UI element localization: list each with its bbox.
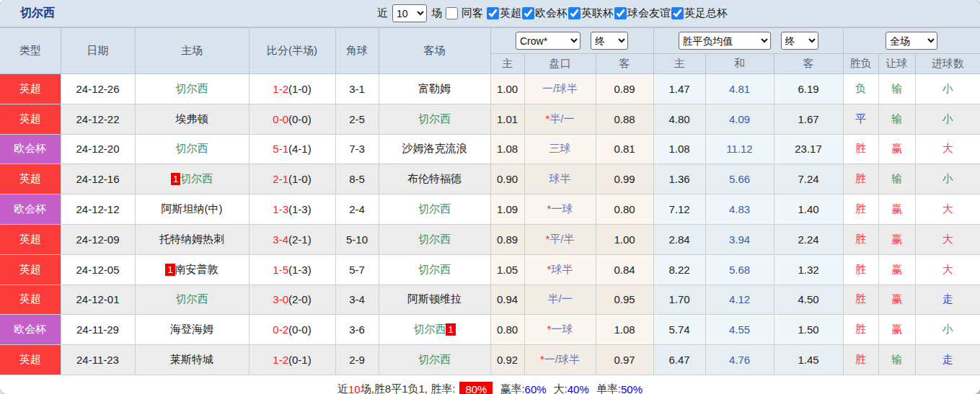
cell-corner: 2-5 [335, 104, 379, 134]
cell-league: 英超 [0, 224, 61, 254]
cell-home-team: 海登海姆 [135, 315, 249, 345]
away-team-name: 切尔西 [413, 323, 446, 335]
cell-home-team: 切尔西 [135, 285, 249, 315]
away-team-name: 切尔西 [418, 233, 451, 245]
halftime-score: (0-0) [288, 113, 312, 125]
cell-corner: 3-6 [335, 315, 379, 345]
league-checkbox[interactable] [614, 7, 627, 19]
handicap-text: 球半 [551, 263, 573, 275]
away-team-name: 切尔西 [418, 263, 451, 275]
same-venue-label: 同客 [462, 6, 483, 20]
league-checkbox[interactable] [671, 7, 684, 19]
recent-count-select[interactable]: 10 [392, 4, 427, 22]
league-checkbox[interactable] [487, 7, 499, 19]
cell-away-team: 切尔西 [379, 345, 490, 375]
table-row: 欧会杯 24-12-12 阿斯坦纳(中) 1-3(1-3) 2-4 切尔西 1.… [0, 194, 980, 225]
table-row: 英超 24-12-22 埃弗顿 0-0(0-0) 2-5 切尔西 1.01 *半… [0, 104, 980, 134]
cell-score: 1-5(1-3) [249, 254, 335, 285]
avg-type-select[interactable]: 胜平负均值 [679, 32, 771, 50]
cell-avg-home: 1.47 [653, 74, 705, 104]
away-team-name: 切尔西 [418, 112, 451, 125]
bookmaker-state-select[interactable]: 终 [591, 32, 628, 50]
cell-away-team: 切尔西 [379, 224, 490, 254]
cell-corner: 5-7 [335, 254, 379, 285]
cell-away-team: 阿斯顿维拉 [379, 285, 490, 315]
scope-select[interactable]: 全场 [886, 32, 937, 50]
cell-avg-home: 7.12 [653, 194, 705, 225]
cell-avg-away: 1.40 [774, 194, 843, 225]
handicap-text: 半/一 [547, 292, 572, 305]
cell-date: 24-12-26 [61, 74, 135, 104]
home-team-name: 阿斯坦纳(中) [162, 202, 223, 215]
cell-avg-draw: 4.55 [705, 315, 774, 345]
handicap-text: 平/半 [549, 233, 574, 245]
cell-score: 5-1(4-1) [249, 134, 335, 164]
cell-avg-away: 7.24 [774, 164, 843, 194]
cell-goals-result: 小 [915, 104, 980, 134]
home-team-name: 海登海姆 [170, 323, 213, 335]
league-checkbox[interactable] [522, 7, 534, 19]
cell-corner: 5-10 [335, 224, 379, 254]
recent-label: 近 [377, 6, 388, 20]
cell-league: 欧会杯 [0, 194, 61, 225]
col-header-score: 比分(半场) [249, 28, 335, 74]
home-team-name: 切尔西 [180, 172, 213, 184]
halftime-score: (1-0) [288, 173, 312, 185]
sub-header-odds-away: 客 [596, 54, 653, 74]
cell-date: 24-12-09 [61, 224, 135, 254]
cell-avg-home: 8.22 [653, 254, 705, 285]
cell-handicap: *一/球半 [524, 345, 596, 375]
cell-goals-result: 走 [915, 345, 980, 375]
bookmaker-select[interactable]: Crow* [516, 32, 581, 50]
cell-avg-away: 1.67 [774, 104, 843, 134]
fulltime-score: 2-1 [273, 173, 288, 185]
cell-date: 24-12-05 [61, 254, 135, 285]
cell-date: 24-12-16 [61, 164, 135, 194]
cell-odds-away: 0.80 [596, 194, 653, 225]
summary-record: 场,胜8平1负1, 胜率: [361, 382, 456, 394]
cell-outcome: 胜 [843, 254, 878, 285]
cell-avg-home: 1.70 [653, 285, 705, 315]
cell-outcome: 胜 [843, 285, 878, 315]
cell-score: 1-2(1-0) [249, 74, 335, 104]
summary-bar: 近10场,胜8平1负1, 胜率:80%赢率:60%大:40%单率:50% [0, 375, 980, 394]
cell-outcome: 胜 [843, 345, 878, 375]
rank-badge: 1 [171, 173, 180, 185]
handicap-text: 一球 [551, 323, 573, 335]
avg-state-select[interactable]: 终 [781, 32, 818, 50]
away-team-name: 富勒姆 [418, 82, 451, 94]
league-badge: 英超 [0, 255, 61, 285]
cell-outcome: 胜 [843, 315, 878, 345]
league-filter-0: 英超 [486, 6, 521, 20]
sub-header-odds-home: 主 [490, 54, 524, 74]
handicap-text: 球半 [549, 172, 571, 184]
stat-label: 大: [554, 382, 568, 394]
cell-date: 24-12-12 [61, 194, 135, 225]
cell-outcome: 胜 [843, 164, 878, 194]
handicap-text: 一/球半 [544, 353, 580, 365]
league-badge: 欧会杯 [0, 135, 61, 164]
fulltime-score: 1-2 [273, 354, 288, 366]
cell-handicap: 一/球半 [524, 74, 596, 104]
league-label: 英足总杯 [684, 6, 728, 20]
cell-odds-home: 1.08 [490, 134, 524, 164]
league-badge: 英超 [0, 225, 61, 254]
sub-header-avg-away: 客 [774, 54, 843, 74]
league-checkbox[interactable] [568, 7, 581, 19]
cell-league: 欧会杯 [0, 134, 61, 164]
sub-header-outcome: 胜负 [843, 54, 878, 74]
halftime-score: (2-0) [288, 293, 312, 305]
cell-goals-result: 小 [915, 164, 980, 194]
cell-goals-result: 大 [915, 224, 980, 254]
table-row: 英超 24-11-23 莱斯特城 1-2(0-1) 2-9 切尔西 0.92 *… [0, 345, 980, 375]
cell-avg-home: 1.08 [653, 134, 705, 164]
cell-odds-home: 1.00 [490, 74, 524, 104]
cell-home-team: 莱斯特城 [135, 345, 249, 375]
cell-odds-home: 0.90 [490, 164, 524, 194]
cell-score: 0-2(0-0) [249, 315, 335, 345]
away-team-name: 切尔西 [418, 202, 451, 215]
away-team-name: 沙姆洛克流浪 [402, 142, 467, 154]
cell-handicap: 三球 [524, 134, 596, 164]
cell-avg-draw: 5.66 [705, 164, 774, 194]
same-venue-checkbox[interactable] [446, 7, 458, 19]
